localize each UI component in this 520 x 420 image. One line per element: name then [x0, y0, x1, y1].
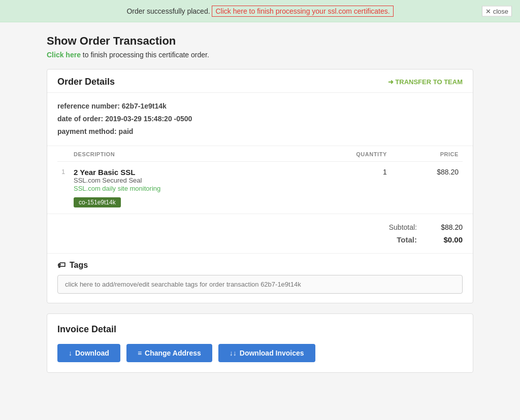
card-header: Order Details ➜ TRANSFER TO TEAM — [47, 69, 473, 93]
tags-icon: 🏷 — [57, 261, 66, 270]
total-label: Total: — [376, 235, 417, 244]
transfer-to-team-link[interactable]: ➜ TRANSFER TO TEAM — [388, 78, 463, 86]
page-title: Show Order Transaction — [47, 34, 473, 48]
download-label: Download — [75, 349, 109, 357]
date-row: date of order: 2019-03-29 15:48:20 -0500 — [57, 113, 463, 125]
subtitle-link[interactable]: Click here — [47, 51, 81, 59]
tags-input[interactable] — [57, 275, 463, 294]
payment-row: payment method: paid — [57, 125, 463, 138]
order-details-title: Order Details — [57, 77, 115, 87]
banner-close-button[interactable]: ✕ close — [482, 6, 512, 16]
reference-row: reference number: 62b7-1e9t14k — [57, 100, 463, 113]
invoice-title: Invoice Detail — [57, 324, 463, 335]
item-price: $88.20 — [391, 161, 463, 214]
reference-label: reference number: — [57, 102, 120, 110]
order-details-card: Order Details ➜ TRANSFER TO TEAM referen… — [47, 69, 473, 303]
subtitle-rest: to finish processing this certificate or… — [81, 51, 209, 59]
item-sub1: SSL.com Secured Seal — [74, 177, 294, 184]
date-value: 2019-03-29 15:48:20 -0500 — [105, 115, 192, 123]
top-banner: Order successfully placed. Click here to… — [0, 0, 520, 22]
total-value: $0.00 — [432, 235, 463, 244]
page-content: Show Order Transaction Click here to fin… — [37, 22, 483, 385]
col-price: PRICE — [391, 146, 463, 162]
table-row: 1 2 Year Basic SSL SSL.com Secured Seal … — [57, 161, 463, 214]
order-table-wrapper: DESCRIPTION QUANTITY PRICE 1 2 Year Basi… — [47, 146, 473, 214]
subtotal-label: Subtotal: — [376, 223, 417, 231]
order-table: DESCRIPTION QUANTITY PRICE 1 2 Year Basi… — [57, 146, 463, 214]
total-row: Total: $0.00 — [57, 233, 463, 246]
invoice-buttons: ↓ Download ≡ Change Address ↓↓ Download … — [57, 344, 463, 362]
banner-text: Order successfully placed. — [126, 7, 210, 15]
subtotal-value: $88.20 — [432, 223, 463, 231]
tags-section: 🏷 Tags — [47, 254, 473, 303]
item-name: 2 Year Basic SSL — [74, 168, 294, 177]
totals-section: Subtotal: $88.20 Total: $0.00 — [47, 214, 473, 254]
page-subtitle: Click here to finish processing this cer… — [47, 51, 473, 59]
tags-header: 🏷 Tags — [57, 261, 463, 270]
change-address-label: Change Address — [145, 349, 201, 357]
payment-value: paid — [119, 127, 134, 135]
download-invoices-button[interactable]: ↓↓ Download Invoices — [218, 344, 315, 362]
download-invoices-icon: ↓↓ — [230, 349, 237, 357]
col-description: DESCRIPTION — [70, 146, 298, 162]
order-meta: reference number: 62b7-1e9t14k date of o… — [47, 93, 473, 146]
reference-value: 62b7-1e9t14k — [122, 102, 167, 110]
item-quantity: 1 — [298, 161, 391, 214]
payment-label: payment method: — [57, 127, 117, 135]
close-x-icon: ✕ — [485, 7, 491, 15]
subtotal-row: Subtotal: $88.20 — [57, 221, 463, 233]
date-label: date of order: — [57, 115, 103, 123]
item-description: 2 Year Basic SSL SSL.com Secured Seal SS… — [70, 161, 298, 214]
download-icon: ↓ — [69, 349, 72, 357]
change-address-icon: ≡ — [138, 349, 142, 357]
item-num: 1 — [57, 161, 70, 214]
tags-title: Tags — [70, 261, 88, 270]
download-button[interactable]: ↓ Download — [57, 344, 120, 362]
download-invoices-label: Download Invoices — [240, 349, 304, 357]
item-badge[interactable]: co-151e9t14k — [74, 197, 121, 207]
invoice-card: Invoice Detail ↓ Download ≡ Change Addre… — [47, 313, 473, 373]
banner-link[interactable]: Click here to finish processing your ssl… — [212, 6, 393, 17]
change-address-button[interactable]: ≡ Change Address — [126, 344, 212, 362]
col-quantity: QUANTITY — [298, 146, 391, 162]
close-label: close — [493, 7, 508, 15]
item-sub2-link[interactable]: SSL.com daily site monitoring — [74, 185, 160, 192]
